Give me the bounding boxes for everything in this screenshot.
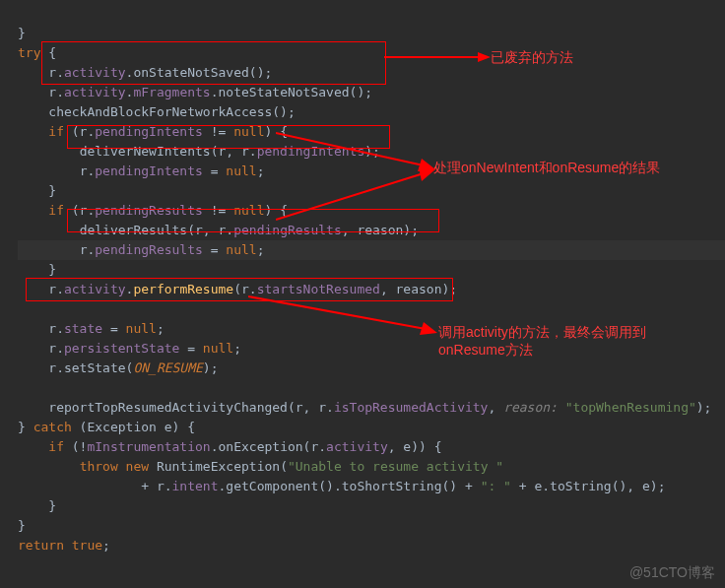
line: } — [18, 262, 56, 277]
line: if (!mInstrumentation.onException(r.acti… — [18, 439, 442, 454]
line: + r.intent.getComponent().toShortString(… — [18, 479, 665, 493]
line: checkAndBlockForNetworkAccess(); — [18, 104, 296, 119]
line: } catch (Exception e) { — [18, 420, 195, 434]
annotation-1: 已废弃的方法 — [491, 47, 573, 67]
annotation-3: 调用activity的方法，最终会调用到onResume方法 — [438, 323, 704, 359]
line: return true; — [18, 538, 110, 553]
line: r.activity.onStateNotSaved(); — [18, 65, 272, 80]
watermark: @51CTO博客 — [629, 562, 715, 582]
line: deliverResults(r, r.pendingResults, reas… — [18, 223, 419, 237]
line: r.activity.mFragments.noteStateNotSaved(… — [18, 85, 372, 99]
line: r.state = null; — [18, 321, 165, 336]
line: r.persistentState = null; — [18, 341, 241, 356]
line: if (r.pendingIntents != null) { — [18, 124, 288, 139]
line: r.pendingIntents = null; — [18, 163, 264, 178]
line — [18, 380, 26, 395]
line: } — [18, 183, 56, 198]
line: try { — [18, 45, 56, 60]
line — [18, 301, 26, 316]
line: } — [18, 518, 26, 533]
line: r.setState(ON_RESUME); — [18, 360, 219, 375]
line: deliverNewIntents(r, r.pendingIntents); — [18, 144, 380, 159]
annotation-2: 处理onNewIntent和onResume的结果 — [433, 158, 660, 177]
line-highlight: r.pendingResults = null; — [18, 240, 725, 260]
line: if (r.pendingResults != null) { — [18, 203, 288, 218]
code-block: } try { r.activity.onStateNotSaved(); r.… — [0, 0, 725, 559]
line: } — [18, 498, 56, 513]
line: reportTopResumedActivityChanged(r, r.isT… — [18, 400, 711, 415]
line: throw new RuntimeException("Unable to re… — [18, 459, 503, 474]
line: } — [18, 26, 26, 40]
line: r.activity.performResume(r.startsNotResu… — [18, 282, 457, 296]
